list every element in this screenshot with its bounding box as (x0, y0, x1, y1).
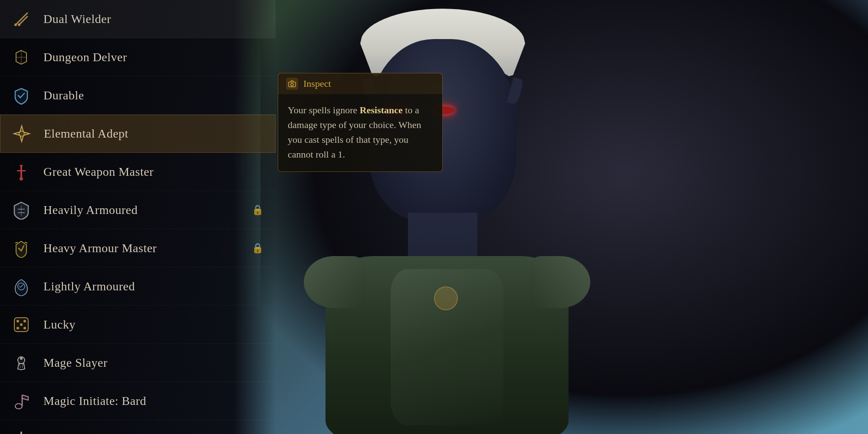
feat-name-dungeon-delver: Dungeon Delver (43, 50, 127, 64)
svg-point-10 (16, 320, 19, 322)
character-figure (260, 0, 868, 434)
character-shoulder-right (529, 256, 590, 308)
feat-item-heavy-armour-master[interactable]: Heavy Armour Master 🔒 (0, 229, 276, 267)
feat-icon-great-weapon-master (9, 159, 34, 184)
feat-item-magic-initiate-cleric[interactable]: Magic Initiate: Cleric (0, 420, 276, 434)
feat-icon-heavily-armoured (9, 197, 34, 223)
feat-lock-heavy-armour-master: 🔒 (252, 243, 263, 254)
svg-point-17 (15, 404, 22, 409)
feat-icon-lucky (9, 312, 34, 337)
feat-name-elemental-adept: Elemental Adept (44, 127, 128, 141)
feat-icon-elemental-adept (9, 121, 34, 146)
feat-item-mage-slayer[interactable]: Mage Slayer (0, 344, 276, 382)
feat-item-lightly-armoured[interactable]: Lightly Armoured (0, 267, 276, 306)
feat-name-dual-wielder: Dual Wielder (43, 12, 111, 26)
feat-icon-mage-slayer (9, 350, 34, 375)
feat-name-heavy-armour-master: Heavy Armour Master (43, 241, 157, 255)
feat-icon-dual-wielder (9, 7, 34, 32)
inspect-highlight-word: Resistance (360, 105, 403, 115)
feat-icon-magic-initiate-cleric (9, 427, 34, 434)
feat-item-dungeon-delver[interactable]: Dungeon Delver (0, 38, 276, 76)
feat-item-great-weapon-master[interactable]: Great Weapon Master (0, 153, 276, 191)
feat-item-elemental-adept[interactable]: Elemental Adept (0, 115, 276, 153)
feat-item-durable[interactable]: Durable (0, 76, 276, 115)
feat-list: Dual Wielder Dungeon Delver Durable Elem… (0, 0, 276, 434)
feat-icon-durable (9, 83, 34, 108)
feat-item-lucky[interactable]: Lucky (0, 306, 276, 344)
svg-point-3 (18, 23, 20, 26)
feat-name-lightly-armoured: Lightly Armoured (43, 279, 135, 293)
svg-point-7 (20, 177, 23, 181)
feat-item-heavily-armoured[interactable]: Heavily Armoured 🔒 (0, 191, 276, 229)
feat-icon-dungeon-delver (9, 45, 34, 70)
feat-name-magic-initiate-cleric: Magic Initiate: Cleric (43, 432, 153, 434)
svg-point-12 (20, 323, 23, 326)
svg-point-11 (23, 320, 26, 322)
inspect-camera-icon (286, 78, 298, 90)
feat-name-great-weapon-master: Great Weapon Master (43, 165, 154, 179)
svg-rect-6 (17, 170, 26, 171)
inspect-tooltip: Inspect Your spells ignore Resistance to… (278, 73, 443, 172)
feat-icon-heavy-armour-master (9, 236, 34, 261)
feat-name-magic-initiate-bard: Magic Initiate: Bard (43, 394, 146, 408)
svg-point-21 (291, 83, 293, 86)
svg-point-13 (16, 327, 19, 329)
feat-name-lucky: Lucky (43, 318, 76, 332)
inspect-body: Your spells ignore Resistance to a damag… (278, 94, 443, 172)
character-ear-right (507, 77, 524, 105)
feat-name-heavily-armoured: Heavily Armoured (43, 203, 138, 217)
feat-name-durable: Durable (43, 89, 84, 102)
feat-item-magic-initiate-bard[interactable]: Magic Initiate: Bard (0, 382, 276, 420)
character-shoulder-left (304, 256, 365, 308)
feat-lock-heavily-armoured: 🔒 (252, 204, 263, 216)
feat-panel: Dual Wielder Dungeon Delver Durable Elem… (0, 0, 276, 434)
feat-icon-lightly-armoured (9, 274, 34, 299)
inspect-title-label: Inspect (303, 78, 331, 89)
feat-name-mage-slayer: Mage Slayer (43, 356, 108, 370)
inspect-header: Inspect (278, 73, 443, 94)
feat-icon-magic-initiate-bard (9, 388, 34, 414)
svg-point-16 (20, 357, 23, 360)
svg-point-2 (14, 23, 17, 26)
character-armor-ornament (434, 286, 458, 310)
inspect-description: Your spells ignore Resistance to a damag… (288, 103, 433, 162)
svg-point-14 (23, 327, 26, 329)
feat-item-dual-wielder[interactable]: Dual Wielder (0, 0, 276, 38)
